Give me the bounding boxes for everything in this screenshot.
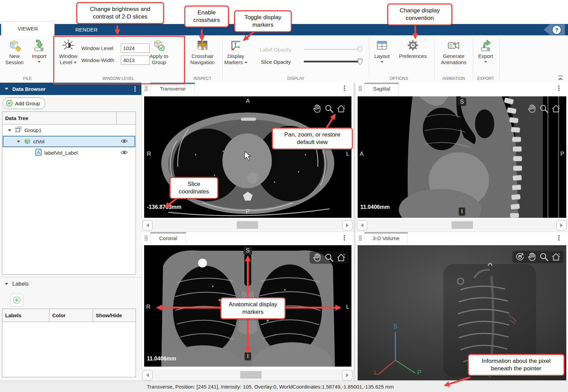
zoom-magnifier-icon[interactable] <box>539 252 549 262</box>
scroll-right-button[interactable] <box>342 370 352 380</box>
callout-pixel-info: Information about the pixel beneath the … <box>468 354 565 376</box>
viewport-menu-icon[interactable] <box>558 85 560 93</box>
viewport-menu-icon[interactable] <box>558 235 560 242</box>
callout-crosshairs: Enable crosshairs <box>184 5 229 27</box>
section-divider <box>222 38 223 79</box>
slice-coordinate-label: 11.0406mm <box>360 204 390 210</box>
collapse-ribbon-button[interactable] <box>557 75 564 82</box>
data-browser-title: Data Browser <box>12 86 46 92</box>
import-button[interactable]: Import <box>28 38 50 63</box>
marker-anterior: A <box>246 98 250 105</box>
marker-inferior: I <box>245 352 251 360</box>
volume3d-tab[interactable]: 3-D Volume <box>364 232 408 244</box>
window-level-input[interactable] <box>121 44 150 53</box>
add-label-button[interactable] <box>10 294 23 307</box>
window-level-button[interactable]: Window Level <box>56 38 81 66</box>
coronal-slice-scrollbar[interactable] <box>141 369 353 380</box>
pan-hand-icon[interactable] <box>527 252 537 262</box>
pan-hand-icon[interactable] <box>312 253 322 262</box>
tab-render[interactable]: RENDER <box>68 24 105 35</box>
tree-row-label[interactable]: A labelVol_Label <box>2 147 136 158</box>
preferences-button[interactable]: Preferences <box>397 38 429 59</box>
rotate-3d-icon[interactable] <box>515 252 525 262</box>
transverse-tab[interactable]: Transverse <box>150 83 195 94</box>
marker-anterior: A <box>360 151 363 157</box>
viewport-row-divider <box>356 231 568 232</box>
home-restore-view-icon[interactable] <box>336 253 346 262</box>
viewport-menu-icon[interactable] <box>344 235 345 242</box>
display-markers-icon <box>229 38 243 52</box>
drag-handle-icon[interactable] <box>358 235 363 242</box>
scroll-left-button[interactable] <box>142 220 153 230</box>
coronal-tab[interactable]: Coronal <box>150 232 186 244</box>
tree-expand-caret-icon[interactable] <box>8 129 11 131</box>
sagittal-tab[interactable]: Sagittal <box>364 83 399 94</box>
apply-to-group-button[interactable]: Apply to Group <box>147 38 171 66</box>
sagittal-header: Sagittal <box>356 83 568 95</box>
inactive-tab-accent <box>364 232 408 234</box>
viewport-menu-icon[interactable] <box>344 85 345 93</box>
status-bar: Transverse, Position: [245 241], Intensi… <box>0 381 568 392</box>
slice-opacity-slider[interactable] <box>304 61 361 62</box>
viewport-row-divider <box>141 231 353 232</box>
panel-menu-icon[interactable] <box>134 86 136 93</box>
layout-button[interactable]: Layout <box>371 38 393 63</box>
import-label: Import <box>32 53 47 59</box>
tab-viewer[interactable]: VIEWER <box>1 21 55 36</box>
visibility-eye-icon[interactable] <box>120 150 128 156</box>
svg-text:S: S <box>393 323 397 330</box>
drag-handle-icon[interactable] <box>143 235 149 242</box>
slice-coordinate-label: -136.8703mm <box>147 204 182 210</box>
help-icon: ? <box>552 25 561 35</box>
visibility-eye-icon[interactable] <box>120 139 128 145</box>
sagittal-viewport[interactable]: S A P I 11.0406mm <box>358 96 566 218</box>
tree-row-group[interactable]: Group1 <box>2 124 136 136</box>
pan-hand-icon[interactable] <box>312 104 322 114</box>
zoom-magnifier-icon[interactable] <box>324 253 334 262</box>
transverse-viewport[interactable]: A R L P -136.8703mm <box>144 96 351 218</box>
pixel-info-text: Transverse, Position: [245 241], Intensi… <box>147 384 394 390</box>
scroll-right-button[interactable] <box>556 220 567 230</box>
scrollbar-thumb[interactable] <box>237 221 258 229</box>
import-icon <box>32 38 46 52</box>
section-divider <box>434 38 434 79</box>
new-session-button[interactable]: New Session <box>3 38 26 66</box>
scrollbar-thumb[interactable] <box>240 371 262 379</box>
display-markers-button[interactable]: Display Markers <box>223 38 248 66</box>
pan-hand-icon[interactable] <box>527 104 537 114</box>
tree-row-volume[interactable]: ctVol <box>2 136 136 147</box>
crosshair-navigation-label: Crosshair Navigation <box>187 53 218 66</box>
scrollbar-thumb[interactable] <box>452 221 473 229</box>
section-label-file: FILE <box>23 76 32 81</box>
zoom-magnifier-icon[interactable] <box>324 104 334 114</box>
callout-panzoom: Pan, zoom, or restore default view <box>272 128 353 150</box>
export-button[interactable]: Export <box>476 38 496 63</box>
crosshair-navigation-button[interactable]: Crosshair Navigation <box>187 38 218 66</box>
sagittal-slice-scrollbar[interactable] <box>356 219 568 231</box>
scroll-left-button[interactable] <box>357 220 367 230</box>
window-width-input[interactable] <box>121 56 150 65</box>
home-restore-view-icon[interactable] <box>551 252 561 262</box>
add-group-button[interactable]: Add Group <box>3 97 45 109</box>
labels-section-header[interactable]: Labels <box>0 281 28 287</box>
scroll-left-button[interactable] <box>142 370 153 380</box>
drag-handle-icon[interactable] <box>143 85 149 93</box>
home-restore-view-icon[interactable] <box>551 104 561 114</box>
data-browser-header[interactable]: Data Browser <box>0 83 141 95</box>
callout-markers: Toggle display markers <box>234 10 292 32</box>
scroll-right-button[interactable] <box>342 220 352 230</box>
tree-expand-caret-icon[interactable] <box>17 141 20 143</box>
zoom-magnifier-icon[interactable] <box>539 104 549 114</box>
export-label: Export <box>478 53 493 59</box>
label-opacity-label: Label Opacity <box>260 47 291 52</box>
section-label-inspect: INSPECT <box>194 76 211 81</box>
transverse-slice-scrollbar[interactable] <box>141 219 353 231</box>
coronal-header: Coronal <box>141 232 353 245</box>
label-opacity-slider[interactable] <box>304 49 361 50</box>
generate-animations-button[interactable]: Generate Animations <box>438 38 470 66</box>
drag-handle-icon[interactable] <box>358 85 363 93</box>
view-tools <box>524 103 564 115</box>
section-divider <box>499 38 500 79</box>
section-label-window-level: WINDOW LEVEL <box>102 76 134 81</box>
home-restore-view-icon[interactable] <box>336 104 346 114</box>
